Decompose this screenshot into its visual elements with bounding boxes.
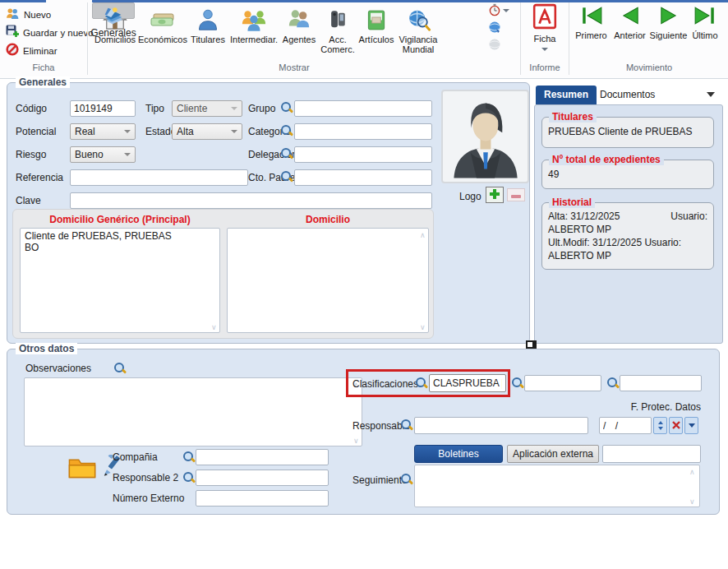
responsable-input[interactable]: [414, 417, 588, 434]
scroll-down-icon[interactable]: ∨: [353, 437, 359, 445]
delegacion-input[interactable]: [294, 146, 432, 163]
scroll-down-icon[interactable]: ∨: [420, 323, 426, 331]
clasificaciones-input-1[interactable]: [429, 374, 506, 392]
fecha-protec-datos-input[interactable]: [599, 417, 652, 434]
tab-resumen-label: Resumen: [544, 89, 588, 100]
search-icon[interactable]: [281, 102, 293, 113]
next-record-button[interactable]: Siguiente: [649, 5, 688, 40]
aplicacion-externa-button[interactable]: Aplicación externa: [507, 445, 599, 463]
dropdown-caret-icon: [503, 9, 509, 12]
numero-externo-input[interactable]: [196, 490, 329, 507]
search-icon[interactable]: [281, 171, 293, 183]
cto-padre-input[interactable]: [294, 169, 432, 186]
tab-documentos[interactable]: Documentos: [592, 86, 663, 104]
previous-record-button[interactable]: Anterior: [611, 5, 649, 40]
dropdown-caret-icon: [541, 48, 548, 51]
ficha-report-button-label: Ficha: [534, 34, 556, 44]
estado-select[interactable]: Alta: [172, 123, 242, 140]
timer-button[interactable]: [488, 3, 518, 18]
codigo-label: Código: [16, 103, 47, 114]
app-window: Nuevo Guardar y nuevo Eliminar Ficha Gen…: [0, 0, 728, 569]
f-protec-datos-label: F. Protec. Datos: [602, 401, 701, 413]
numero-externo-label: Número Externo: [113, 493, 184, 504]
spinner-down-icon: [658, 427, 663, 430]
tab-acc-comerc[interactable]: Acc. Comerc.: [319, 2, 357, 62]
globe-button[interactable]: [488, 21, 518, 35]
compania-input[interactable]: [196, 449, 329, 465]
search-icon[interactable]: [401, 419, 412, 431]
save-and-new-button[interactable]: Guardar y nuevo: [3, 24, 96, 41]
clear-date-button[interactable]: [669, 417, 683, 434]
generales-panel-legend: Generales: [16, 76, 70, 88]
search-icon[interactable]: [416, 377, 427, 389]
codigo-input[interactable]: [70, 100, 136, 117]
referencia-input[interactable]: [70, 169, 248, 186]
search-icon[interactable]: [607, 377, 619, 389]
first-record-button[interactable]: Primero: [572, 5, 611, 40]
domicilio-textarea[interactable]: [227, 228, 429, 333]
businessman-avatar: [448, 93, 523, 181]
new-button[interactable]: Nuevo: [3, 6, 53, 23]
group-separator: [87, 2, 88, 75]
tipo-select-value: Cliente: [177, 103, 207, 114]
scroll-up-icon[interactable]: ∧: [420, 231, 426, 239]
referencia-label: Referencia: [16, 172, 63, 183]
folder-icon[interactable]: [68, 456, 96, 481]
tab-vigilancia-mundial[interactable]: Vigilancia Mundial: [396, 2, 440, 62]
historial-box-legend: Historial: [549, 197, 595, 208]
tab-generales[interactable]: Generales: [92, 2, 135, 19]
search-icon[interactable]: [281, 148, 293, 160]
search-icon[interactable]: [114, 363, 126, 374]
remove-logo-button[interactable]: [507, 188, 525, 201]
search-icon[interactable]: [183, 451, 195, 463]
responsable2-input[interactable]: [196, 470, 329, 486]
seguimiento-textarea[interactable]: [414, 465, 700, 507]
aplicacion-externa-input[interactable]: [602, 445, 701, 463]
domicilio-generico-textarea[interactable]: Cliente de PRUEBAS, PRUEBAS BO: [20, 228, 220, 333]
search-icon[interactable]: [183, 472, 195, 483]
search-icon[interactable]: [512, 377, 523, 389]
clave-input[interactable]: [70, 192, 432, 209]
otros-datos-panel: Otros datos Observaciones ∧ ∨ Compañia R…: [7, 349, 720, 515]
movimiento-group-label: Movimiento: [570, 62, 728, 75]
scroll-down-icon[interactable]: ∨: [211, 323, 217, 331]
delete-button[interactable]: Eliminar: [3, 42, 60, 59]
panel-dropdown-caret-icon[interactable]: [707, 92, 715, 97]
tab-economicos-label: Económicos: [138, 35, 187, 44]
clasificaciones-input-3[interactable]: [620, 375, 702, 391]
date-spinner[interactable]: [653, 417, 667, 434]
globe-disabled-button[interactable]: [488, 38, 518, 53]
contact-photo: [441, 90, 529, 183]
riesgo-select[interactable]: Bueno: [70, 146, 136, 163]
tab-titulares[interactable]: Titulares: [187, 2, 228, 62]
search-icon[interactable]: [401, 474, 412, 485]
delete-button-label: Eliminar: [23, 46, 58, 56]
boletines-button[interactable]: Boletines: [414, 445, 503, 463]
potencial-label: Potencial: [16, 126, 56, 137]
scroll-down-icon[interactable]: ∨: [689, 497, 695, 506]
scroll-up-icon[interactable]: ∧: [689, 468, 695, 476]
tab-intermediar[interactable]: Intermediar.: [228, 2, 279, 62]
tab-titulares-label: Titulares: [191, 35, 225, 44]
ficha-report-button[interactable]: Ficha: [524, 3, 565, 51]
chevron-down-icon: [124, 130, 131, 133]
last-record-button[interactable]: Último: [688, 5, 722, 40]
domicilio-title: Domicilio: [227, 214, 429, 225]
tab-resumen[interactable]: Resumen: [536, 86, 597, 104]
observaciones-textarea[interactable]: [24, 377, 362, 446]
clasificaciones-input-2[interactable]: [524, 375, 601, 391]
grupo-input[interactable]: [294, 100, 432, 117]
previous-icon: [619, 5, 642, 28]
calendar-dropdown-button[interactable]: [684, 417, 698, 434]
tab-economicos[interactable]: Económicos: [138, 2, 187, 62]
historial-alta-date: Alta: 31/12/2025: [548, 210, 620, 223]
add-logo-button[interactable]: [486, 187, 504, 203]
tab-agentes[interactable]: Agentes: [279, 2, 319, 62]
people-group-icon: [241, 5, 267, 35]
tab-articulos[interactable]: Artículos: [357, 2, 396, 62]
historial-modif-row: Ult.Modif: 31/12/2025 Usuario:: [548, 236, 707, 249]
potencial-select[interactable]: Real: [70, 123, 136, 140]
categoria-input[interactable]: [294, 123, 432, 140]
search-icon[interactable]: [281, 125, 293, 136]
tipo-select[interactable]: Cliente: [172, 100, 242, 117]
